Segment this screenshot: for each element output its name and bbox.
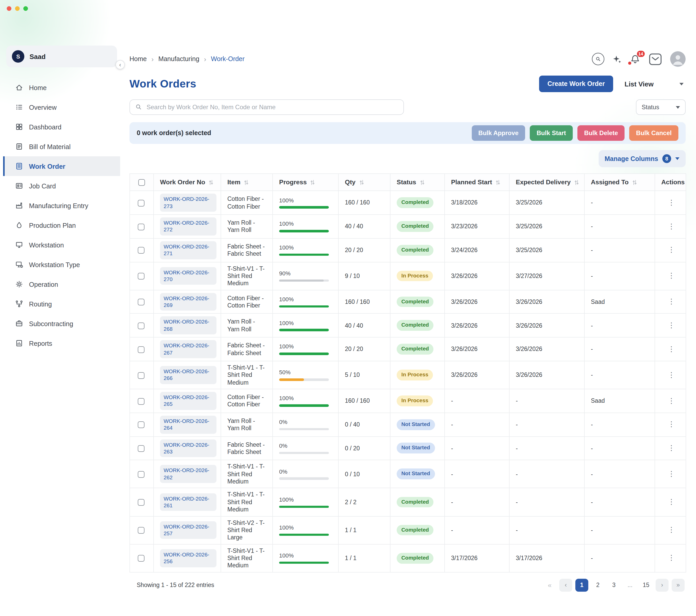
column-header[interactable]: Qty — [345, 179, 355, 186]
work-order-link[interactable]: WORK-ORD-2026-263 — [160, 439, 217, 457]
row-actions-menu-icon[interactable]: ⋮ — [668, 370, 675, 379]
sidebar-item[interactable]: Bill of Material — [3, 137, 120, 156]
sidebar-item[interactable]: Job Card — [3, 176, 120, 196]
work-order-link[interactable]: WORK-ORD-2026-271 — [160, 241, 217, 259]
row-actions-menu-icon[interactable]: ⋮ — [668, 498, 675, 506]
row-actions-menu-icon[interactable]: ⋮ — [668, 345, 675, 353]
sort-icon[interactable] — [574, 179, 579, 185]
row-actions-menu-icon[interactable]: ⋮ — [668, 396, 675, 405]
sidebar-item[interactable]: Manufacturing Entry — [3, 196, 120, 215]
row-actions-menu-icon[interactable]: ⋮ — [668, 420, 675, 428]
sidebar-item[interactable]: Subcontracting — [3, 314, 120, 334]
row-actions-menu-icon[interactable]: ⋮ — [668, 444, 675, 452]
column-header[interactable]: Expected Delivery — [516, 179, 571, 186]
page-number-button[interactable]: 15 — [639, 579, 652, 592]
close-window-button[interactable] — [7, 6, 11, 11]
sort-icon[interactable] — [632, 179, 637, 185]
sidebar-item[interactable]: Production Plan — [3, 215, 120, 235]
sidebar-item[interactable]: Workstation Type — [3, 255, 120, 274]
work-order-link[interactable]: WORK-ORD-2026-264 — [160, 416, 217, 434]
work-order-link[interactable]: WORK-ORD-2026-270 — [160, 267, 217, 285]
bulk-action-button[interactable]: Bulk Cancel — [630, 125, 678, 141]
row-checkbox[interactable] — [138, 323, 144, 329]
column-header[interactable]: Item — [227, 179, 240, 186]
column-header[interactable]: Work Order No — [160, 179, 205, 186]
sort-icon[interactable] — [244, 179, 249, 185]
work-order-link[interactable]: WORK-ORD-2026-272 — [160, 217, 217, 236]
work-order-link[interactable]: WORK-ORD-2026-268 — [160, 317, 217, 335]
sidebar-item[interactable]: Dashboard — [3, 117, 120, 137]
row-checkbox[interactable] — [138, 299, 144, 305]
create-work-order-button[interactable]: Create Work Order — [539, 76, 613, 92]
bulk-action-button[interactable]: Bulk Start — [530, 125, 573, 141]
work-order-link[interactable]: WORK-ORD-2026-266 — [160, 366, 217, 384]
sidebar-item[interactable]: Routing — [3, 294, 120, 314]
page-number-button[interactable]: 3 — [607, 579, 620, 592]
row-checkbox[interactable] — [138, 398, 144, 405]
work-order-link[interactable]: WORK-ORD-2026-273 — [160, 194, 217, 212]
row-actions-menu-icon[interactable]: ⋮ — [668, 272, 675, 280]
row-actions-menu-icon[interactable]: ⋮ — [668, 321, 675, 329]
sort-icon[interactable] — [311, 179, 315, 185]
column-header[interactable]: Actions — [661, 179, 685, 186]
row-checkbox[interactable] — [138, 346, 144, 353]
row-actions-menu-icon[interactable]: ⋮ — [668, 526, 675, 534]
minimize-window-button[interactable] — [15, 6, 20, 11]
work-order-link[interactable]: WORK-ORD-2026-269 — [160, 293, 217, 311]
sort-icon[interactable] — [359, 179, 364, 185]
page-number-button[interactable]: ... — [623, 579, 636, 592]
view-mode-select[interactable]: List View — [624, 80, 686, 88]
column-header[interactable]: Assigned To — [591, 179, 629, 186]
work-order-link[interactable]: WORK-ORD-2026-256 — [160, 549, 217, 567]
bulk-action-button[interactable]: Bulk Approve — [472, 125, 525, 141]
breadcrumb-manufacturing[interactable]: Manufacturing — [158, 55, 199, 63]
row-checkbox[interactable] — [138, 247, 144, 254]
sidebar-item[interactable]: Reports — [3, 334, 120, 353]
row-checkbox[interactable] — [138, 422, 144, 428]
row-checkbox[interactable] — [138, 273, 144, 280]
mail-icon[interactable] — [648, 52, 662, 65]
row-actions-menu-icon[interactable]: ⋮ — [668, 297, 675, 306]
profile-avatar[interactable] — [670, 51, 686, 67]
row-checkbox[interactable] — [138, 499, 144, 506]
next-page-button[interactable]: › — [655, 579, 668, 592]
column-header[interactable]: Status — [397, 179, 416, 186]
work-order-link[interactable]: WORK-ORD-2026-257 — [160, 521, 217, 539]
maximize-window-button[interactable] — [23, 6, 28, 11]
first-page-button[interactable]: « — [543, 579, 556, 592]
bulk-action-button[interactable]: Bulk Delete — [578, 125, 625, 141]
sidebar-item[interactable]: Operation — [3, 274, 120, 294]
row-actions-menu-icon[interactable]: ⋮ — [668, 246, 675, 254]
sort-icon[interactable] — [209, 179, 213, 185]
work-order-link[interactable]: WORK-ORD-2026-265 — [160, 392, 217, 410]
row-actions-menu-icon[interactable]: ⋮ — [668, 198, 675, 207]
manage-columns-button[interactable]: Manage Columns 8 — [598, 150, 686, 167]
sidebar-item[interactable]: Overview — [3, 97, 120, 117]
last-page-button[interactable]: » — [672, 579, 685, 592]
column-header[interactable]: Progress — [279, 179, 307, 186]
row-checkbox[interactable] — [138, 555, 144, 562]
select-all-checkbox[interactable] — [138, 179, 145, 186]
row-checkbox[interactable] — [138, 471, 144, 478]
sidebar-collapse-button[interactable]: ‹ — [115, 60, 125, 69]
previous-page-button[interactable]: ‹ — [559, 579, 572, 592]
work-order-link[interactable]: WORK-ORD-2026-262 — [160, 465, 217, 483]
page-number-button[interactable]: 1 — [575, 579, 588, 592]
row-checkbox[interactable] — [138, 200, 144, 207]
column-header[interactable]: Planned Start — [451, 179, 492, 186]
breadcrumb-home[interactable]: Home — [129, 55, 147, 63]
user-badge[interactable]: S Saad — [6, 46, 117, 67]
row-actions-menu-icon[interactable]: ⋮ — [668, 470, 675, 478]
row-checkbox[interactable] — [138, 527, 144, 534]
search-icon[interactable] — [592, 53, 604, 65]
sidebar-item[interactable]: Work Order — [3, 156, 120, 176]
row-checkbox[interactable] — [138, 372, 144, 379]
sidebar-item[interactable]: Workstation — [3, 235, 120, 255]
notification-bell-icon[interactable]: 14 — [630, 53, 640, 64]
row-actions-menu-icon[interactable]: ⋮ — [668, 554, 675, 562]
search-input[interactable] — [129, 99, 404, 115]
row-checkbox[interactable] — [138, 445, 144, 452]
work-order-link[interactable]: WORK-ORD-2026-267 — [160, 340, 217, 358]
row-actions-menu-icon[interactable]: ⋮ — [668, 222, 675, 230]
status-filter-select[interactable]: Status — [636, 99, 686, 115]
